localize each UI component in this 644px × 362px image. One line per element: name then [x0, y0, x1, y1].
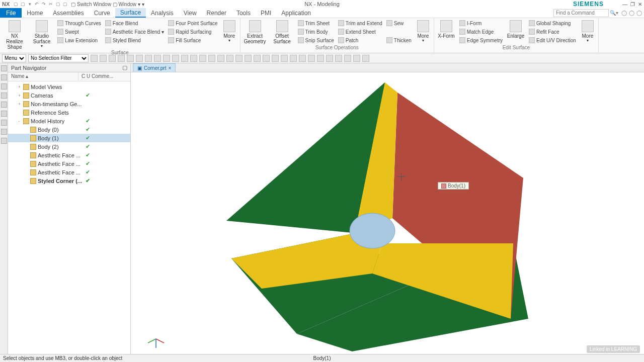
surface-more-button[interactable]: More▾ — [221, 19, 238, 43]
navigator-item[interactable]: +Cameras✔ — [8, 91, 130, 100]
tb-icon[interactable] — [254, 55, 261, 62]
tab-pmi[interactable]: PMI — [256, 8, 276, 18]
tab-tools[interactable]: Tools — [231, 8, 256, 18]
qat-new-icon[interactable]: ▢ — [13, 1, 19, 7]
snip-surface-button[interactable]: Snip Surface — [297, 36, 335, 44]
tb-icon[interactable] — [245, 55, 252, 62]
edge-symmetry-button[interactable]: Edge Symmetry — [458, 36, 504, 44]
tab-analysis[interactable]: Analysis — [146, 8, 179, 18]
qat-paste-icon[interactable]: ▢ — [62, 1, 68, 7]
switch-window-menu[interactable]: ▢ Switch Window ▢ Window ▾ ▾ — [71, 2, 144, 7]
selection-filter-dropdown[interactable]: No Selection Filter — [28, 54, 89, 62]
tb-icon[interactable] — [154, 55, 161, 62]
match-edge-button[interactable]: Match Edge — [458, 28, 504, 36]
nx-realize-shape-button[interactable]: NX RealizeShape — [2, 19, 27, 50]
resource-icon[interactable] — [1, 138, 7, 144]
tb-icon[interactable] — [163, 55, 170, 62]
global-shaping-button[interactable]: Global Shaping — [528, 19, 577, 27]
through-curves-button[interactable]: Through Curves — [56, 19, 102, 27]
navigator-item[interactable]: Body (1)✔ — [8, 134, 130, 142]
trim-body-button[interactable]: Trim Body — [297, 28, 335, 36]
resource-icon[interactable] — [1, 129, 7, 135]
viewport[interactable]: Body(1) — [131, 72, 644, 354]
studio-surface-button[interactable]: StudioSurface▾ — [29, 19, 54, 49]
tb-icon[interactable] — [208, 55, 215, 62]
qat-undo-icon[interactable]: ↶ — [34, 1, 40, 7]
navigator-item[interactable]: +Non-timestamp Ge... — [8, 100, 130, 108]
tb-icon[interactable] — [199, 55, 206, 62]
tb-icon[interactable] — [299, 55, 306, 62]
tb-icon[interactable] — [109, 55, 116, 62]
tb-icon[interactable] — [272, 55, 279, 62]
tb-icon[interactable] — [136, 55, 143, 62]
resource-icon[interactable] — [1, 74, 7, 80]
col-other-header[interactable]: C U Comme... — [78, 72, 116, 81]
tb-icon[interactable] — [91, 55, 98, 62]
tab-view[interactable]: View — [179, 8, 202, 18]
tb-icon[interactable] — [226, 55, 233, 62]
x-form-button[interactable]: X-Form — [436, 19, 456, 39]
styled-blend-button[interactable]: Styled Blend — [104, 36, 166, 44]
tb-icon[interactable] — [145, 55, 152, 62]
navigator-item[interactable]: Reference Sets — [8, 108, 130, 117]
tb-icon[interactable] — [181, 55, 188, 62]
tb-icon[interactable] — [172, 55, 179, 62]
resource-icon[interactable] — [1, 120, 7, 126]
tb-icon[interactable] — [127, 55, 134, 62]
tb-icon[interactable] — [335, 55, 342, 62]
qat-copy-icon[interactable]: ▢ — [55, 1, 61, 7]
offset-surface-button[interactable]: OffsetSurface — [270, 19, 295, 44]
navigator-item[interactable]: -Model History✔ — [8, 117, 130, 125]
trim-extend-button[interactable]: Trim and Extend — [337, 19, 383, 27]
aesthetic-face-blend-button[interactable]: Aesthetic Face Blend ▾ — [104, 28, 166, 36]
tab-curve[interactable]: Curve — [89, 8, 115, 18]
resource-icon[interactable] — [1, 83, 7, 89]
navigator-item[interactable]: Aesthetic Face ...✔ — [8, 151, 130, 159]
close-icon[interactable]: ✕ — [638, 2, 642, 7]
navigator-item[interactable]: Aesthetic Face ...✔ — [8, 168, 130, 176]
navigator-tree[interactable]: +Model Views+Cameras✔+Non-timestamp Ge..… — [8, 81, 130, 354]
tb-icon[interactable] — [326, 55, 333, 62]
navigator-item[interactable]: Aesthetic Face ...✔ — [8, 159, 130, 168]
edit-surface-more-button[interactable]: More▾ — [579, 19, 596, 43]
tb-icon[interactable] — [263, 55, 270, 62]
tb-icon[interactable] — [118, 55, 125, 62]
tab-surface[interactable]: Surface — [115, 8, 146, 18]
fill-surface-button[interactable]: Fill Surface — [167, 36, 218, 44]
command-search[interactable]: 🔍▾ — [553, 8, 618, 18]
resource-icon[interactable] — [1, 65, 7, 71]
resource-icon[interactable] — [1, 93, 7, 99]
help-icon[interactable]: ◯ — [621, 10, 627, 16]
enlarge-button[interactable]: Enlarge — [506, 19, 526, 39]
i-form-button[interactable]: I-Form — [458, 19, 504, 27]
command-search-input[interactable] — [553, 9, 609, 17]
face-blend-button[interactable]: Face Blend — [104, 19, 166, 27]
qat-save-icon[interactable]: ▾ — [27, 1, 33, 7]
search-icon[interactable]: 🔍▾ — [610, 10, 618, 16]
qat-redo-icon[interactable]: ↷ — [41, 1, 47, 7]
tb-icon[interactable] — [353, 55, 360, 62]
refit-face-button[interactable]: Refit Face — [528, 28, 577, 36]
restore-icon[interactable]: ❐ — [630, 2, 635, 7]
tb-icon[interactable] — [308, 55, 315, 62]
thicken-button[interactable]: Thicken — [385, 36, 413, 44]
tb-icon[interactable] — [344, 55, 351, 62]
tb-icon[interactable] — [100, 55, 107, 62]
swept-button[interactable]: Swept — [56, 28, 102, 36]
tb-icon[interactable] — [317, 55, 324, 62]
resource-icon[interactable] — [1, 102, 7, 108]
surface-ops-more-button[interactable]: More▾ — [415, 19, 432, 43]
resource-icon[interactable] — [1, 111, 7, 117]
edit-uv-direction-button[interactable]: Edit U/V Direction — [528, 36, 577, 44]
trim-sheet-button[interactable]: Trim Sheet — [297, 19, 335, 27]
tb-icon[interactable] — [217, 55, 224, 62]
col-name-header[interactable]: Name ▴ — [8, 72, 78, 81]
extract-geometry-button[interactable]: ExtractGeometry — [243, 19, 268, 44]
tb-icon[interactable] — [290, 55, 297, 62]
patch-button[interactable]: Patch — [337, 36, 383, 44]
tb-icon[interactable] — [235, 55, 243, 62]
tab-home[interactable]: Home — [22, 8, 48, 18]
navigator-item[interactable]: Body (2)✔ — [8, 142, 130, 151]
file-menu[interactable]: File — [0, 8, 22, 18]
rapid-surfacing-button[interactable]: Rapid Surfacing — [167, 28, 218, 36]
